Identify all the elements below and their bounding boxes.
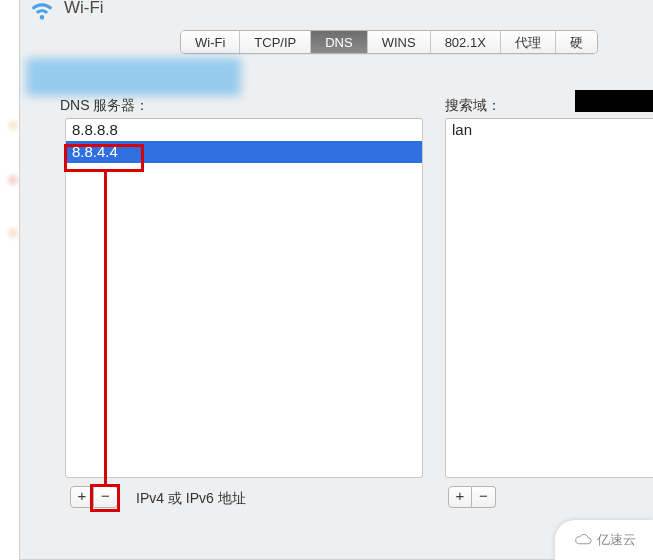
tab-bar: Wi-Fi TCP/IP DNS WINS 802.1X 代理 硬	[180, 30, 598, 54]
sheet-header: Wi-Fi	[28, 0, 104, 22]
blurred-status-dot	[8, 175, 18, 185]
search-domain-row[interactable]: lan	[446, 119, 653, 141]
dns-server-row[interactable]: 8.8.8.8	[66, 119, 422, 141]
redacted-region	[575, 90, 653, 112]
sheet-title: Wi-Fi	[64, 0, 104, 18]
dns-servers-list[interactable]: 8.8.8.8 8.8.4.4	[65, 118, 423, 478]
source-watermark: 亿速云	[555, 520, 653, 560]
add-search-domain-button[interactable]: +	[448, 486, 472, 508]
dns-server-row[interactable]: 8.8.4.4	[66, 141, 422, 163]
remove-dns-button[interactable]: −	[94, 486, 118, 508]
network-advanced-sheet: Wi-Fi Wi-Fi TCP/IP DNS WINS 802.1X 代理 硬 …	[19, 0, 653, 560]
tab-wifi[interactable]: Wi-Fi	[181, 31, 240, 53]
blurred-status-dot	[8, 120, 18, 130]
search-domains-list[interactable]: lan	[445, 118, 653, 478]
tab-proxy[interactable]: 代理	[501, 31, 556, 53]
dns-list-buttons: + −	[70, 486, 118, 508]
blurred-status-dot	[8, 228, 18, 238]
remove-search-domain-button[interactable]: −	[472, 486, 496, 508]
dns-hint-text: IPv4 或 IPv6 地址	[136, 490, 246, 508]
search-domains-label: 搜索域：	[445, 97, 501, 115]
search-list-buttons: + −	[448, 486, 496, 508]
add-dns-button[interactable]: +	[70, 486, 94, 508]
watermark-text: 亿速云	[597, 531, 636, 549]
tab-hardware[interactable]: 硬	[556, 31, 597, 53]
blurred-background-selection	[26, 58, 241, 96]
tab-tcpip[interactable]: TCP/IP	[240, 31, 311, 53]
dns-servers-label: DNS 服务器：	[60, 97, 149, 115]
cloud-icon	[573, 532, 593, 548]
tab-8021x[interactable]: 802.1X	[431, 31, 501, 53]
wifi-icon	[28, 0, 56, 22]
tab-dns[interactable]: DNS	[311, 31, 367, 53]
tab-wins[interactable]: WINS	[368, 31, 431, 53]
